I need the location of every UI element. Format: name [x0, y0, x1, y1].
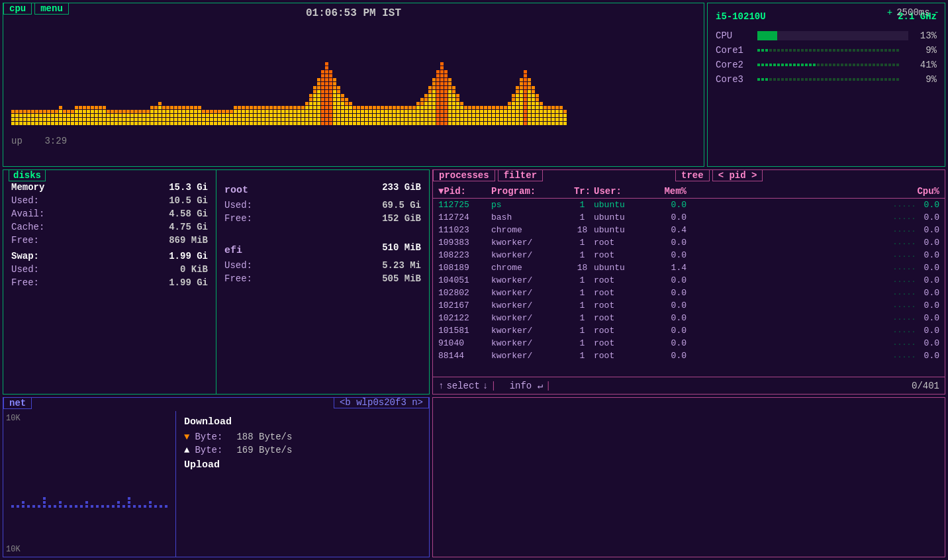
cpu-metric-pct: 9%: [914, 45, 937, 56]
footer-sep2: |: [545, 381, 551, 391]
proc-mem: 0.0: [647, 250, 687, 260]
efi-label: efi: [224, 245, 242, 256]
efi-size: 510 MiB: [382, 242, 421, 257]
uptime-value: 3:29: [44, 136, 67, 146]
table-row[interactable]: 108223kworker/1root0.0.....0.0: [438, 249, 939, 261]
net-iface-tab[interactable]: <b wlp0s20f3 n>: [334, 397, 429, 408]
swap-free-label: Free:: [11, 277, 39, 288]
time-display: 01:06:53 PM IST: [306, 7, 401, 19]
col-user: User:: [594, 186, 647, 197]
speed-plus-btn[interactable]: +: [887, 7, 892, 18]
down-arrow-icon: ▼: [184, 432, 189, 442]
proc-cpu-val: 0.0: [916, 301, 939, 310]
net-tab[interactable]: net: [3, 397, 32, 409]
proc-user: root: [594, 288, 647, 298]
processes-tab[interactable]: processes: [433, 169, 495, 181]
col-cpu: Cpu%: [687, 186, 939, 197]
up-label: Byte:: [195, 445, 231, 455]
proc-pid: 101581: [438, 326, 491, 336]
table-row[interactable]: 102167kworker/1root0.0.....0.0: [438, 299, 939, 312]
table-row[interactable]: 102802kworker/1root0.0.....0.0: [438, 287, 939, 299]
filter-tab[interactable]: filter: [498, 169, 543, 181]
root-used-label: Used:: [224, 200, 252, 210]
proc-cpu-dots: .....: [687, 351, 916, 361]
proc-cpu-dots: .....: [687, 238, 916, 248]
free-label: Free:: [11, 235, 39, 246]
table-row[interactable]: 109383kworker/1root0.0.....0.0: [438, 236, 939, 249]
cpu-metric-label: Core1: [716, 45, 752, 56]
proc-cpu-dots: .....: [687, 275, 916, 285]
proc-cpu-val: 0.0: [916, 288, 939, 298]
proc-prog: kworker/: [491, 288, 571, 298]
proc-prog: bash: [491, 212, 571, 222]
cpu-model: i5-10210U: [716, 11, 766, 22]
proc-cpu-dots: .....: [687, 326, 916, 336]
proc-pid: 88144: [438, 351, 491, 361]
cpu-metric-pct: 13%: [914, 30, 937, 41]
proc-cpu-val: 0.0: [916, 338, 939, 348]
proc-prog: chrome: [491, 225, 571, 235]
proc-user: root: [594, 313, 647, 323]
proc-cpu-dots: .....: [687, 313, 916, 323]
proc-mem: 0.0: [647, 313, 687, 323]
cpu-metric-label: Core2: [716, 60, 752, 70]
efi-used-label: Used:: [224, 260, 252, 271]
proc-tr: 18: [571, 263, 594, 273]
proc-mem: 0.0: [647, 288, 687, 298]
swap-free-value: 1.99 Gi: [169, 277, 208, 288]
table-row[interactable]: 101581kworker/1root0.0.....0.0: [438, 324, 939, 337]
root-free-label: Free:: [224, 213, 252, 224]
proc-pid: 111023: [438, 225, 491, 235]
proc-user: root: [594, 238, 647, 248]
proc-prog: kworker/: [491, 326, 571, 336]
proc-prog: ps: [491, 200, 571, 210]
cpu-metric-label: CPU: [716, 30, 752, 41]
proc-pid: 112725: [438, 200, 491, 210]
uptime-label: up: [11, 136, 23, 146]
proc-cpu-dots: .....: [687, 301, 916, 310]
table-row[interactable]: 108189chrome18ubuntu1.4.....0.0: [438, 261, 939, 274]
proc-tr: 1: [571, 326, 594, 336]
proc-cpu-val: 0.0: [916, 351, 939, 361]
upload-title: Upload: [184, 459, 421, 471]
memory-label: Memory: [11, 182, 44, 193]
tree-tab[interactable]: tree: [675, 169, 710, 181]
col-tr: Tr:: [571, 186, 594, 197]
proc-cpu-dots: .....: [687, 250, 916, 260]
table-row[interactable]: 104051kworker/1root0.0.....0.0: [438, 274, 939, 287]
table-row[interactable]: 112724bash1ubuntu0.0.....0.0: [438, 211, 939, 224]
proc-cpu-dots: .....: [687, 288, 916, 298]
cache-label: Cache:: [11, 222, 44, 232]
net-scale-bottom: 10K: [6, 545, 173, 554]
speed-minus-btn[interactable]: -: [934, 7, 939, 18]
proc-pid: 108189: [438, 263, 491, 273]
proc-pid: 109383: [438, 238, 491, 248]
down-label: Byte:: [195, 432, 231, 442]
swap-used-label: Used:: [11, 264, 39, 275]
proc-mem: 0.0: [647, 338, 687, 348]
proc-tr: 1: [571, 301, 594, 310]
select-up-arrow: ↑: [438, 381, 444, 391]
table-row[interactable]: 88144kworker/1root0.0.....0.0: [438, 350, 939, 362]
proc-user: ubuntu: [594, 225, 647, 235]
used-value: 10.5 Gi: [169, 195, 208, 206]
efi-free-label: Free:: [224, 273, 252, 284]
table-row[interactable]: 102122kworker/1root0.0.....0.0: [438, 312, 939, 324]
proc-mem: 0.4: [647, 225, 687, 235]
cpu-tab[interactable]: cpu: [3, 3, 32, 15]
proc-tr: 1: [571, 275, 594, 285]
proc-user: ubuntu: [594, 200, 647, 210]
info-label: info: [510, 381, 532, 391]
table-row[interactable]: 112725ps1ubuntu0.0.....0.0: [438, 199, 939, 211]
proc-cpu-val: 0.0: [916, 263, 939, 273]
pid-nav[interactable]: < pid >: [712, 169, 763, 181]
disks-tab[interactable]: disks: [9, 169, 46, 181]
proc-mem: 0.0: [647, 326, 687, 336]
col-mem: Mem%: [647, 186, 687, 197]
table-row[interactable]: 91040kworker/1root0.0.....0.0: [438, 337, 939, 350]
table-row[interactable]: 111023chrome18ubuntu0.4.....0.0: [438, 224, 939, 236]
proc-mem: 0.0: [647, 238, 687, 248]
proc-prog: kworker/: [491, 351, 571, 361]
menu-tab[interactable]: menu: [34, 3, 69, 15]
proc-cpu-val: 0.0: [916, 238, 939, 248]
